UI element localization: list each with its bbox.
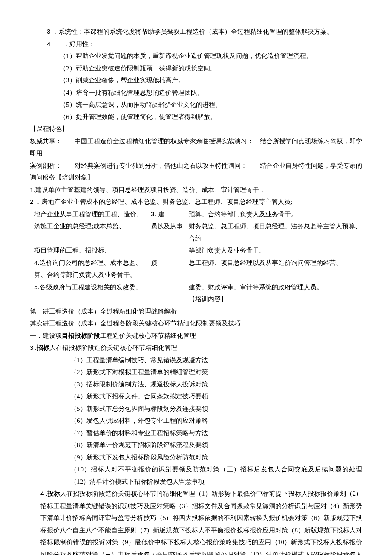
wrapped-text-block: 地产企业从事工程管理的工程、造价、 3. 建 预算、合约等部门负责人及业务骨干。…	[30, 208, 362, 305]
dot: .	[33, 344, 37, 351]
num: 4.	[34, 259, 40, 266]
usefulness-5: （5）统一高层意识，从而推动"精细化"企业文化的进程。	[30, 99, 362, 111]
list-item-4: 4 ．好用性：	[30, 38, 362, 50]
col-c-1: 预算、合约等部门负责人及业务骨干。	[189, 208, 362, 221]
col-a-2: 筑施工企业的总经理;成本总监、	[30, 220, 149, 244]
col-b-7	[151, 293, 187, 305]
sub-item-7: （7）暂估单价的材料和专业工程招标策略与方法	[30, 427, 362, 439]
sub-item-1: （1）工程量清单编制技巧、常见错误及规避方法	[30, 354, 362, 366]
text: 建设单位主管基建的领导、项目总经理及项目投资、造价、成本、审计管理骨干；	[35, 186, 265, 193]
sub-item-6: （6）发包人供应材料，外包专业工程的应对策略	[30, 415, 362, 427]
sub-item-10: （10）招标人对不平衡报价的识别要领及防范对策（三）招标后发包人合同交底及后续问…	[30, 463, 362, 488]
col-a-1: 地产企业从事工程管理的工程、造价、	[30, 208, 149, 221]
outline-4: 3 .招标人在招投标阶段造价关键核心环节精细化管理	[30, 342, 362, 354]
t1: 投标	[47, 490, 60, 497]
num: 1.	[30, 186, 35, 193]
target-1: 1.建设单位主管基建的领导、项目总经理及项目投资、造价、成本、审计管理骨干；	[30, 184, 362, 196]
col-a-6: 5.各级政府与工程建设相关的发改委、	[30, 281, 149, 293]
col-c-7: 【培训内容】	[189, 293, 362, 305]
t1: 一．建设项	[30, 332, 62, 339]
sub-item-4: （4）新形式下招标文件、合同条款拟定技巧要领	[30, 390, 362, 403]
outline-1: 第一讲工程造价（成本）全过程精细化管理战略解析	[30, 305, 362, 318]
usefulness-6: （6）提升管理效能，使管理简化，使管理者得到解放。	[30, 111, 362, 123]
target-2: 2 ．房地产企业主管成本的总经理、成本总监、财务总监、总工程师、项目总经理等主管…	[30, 196, 362, 208]
sub-item-5: （5）新形式下总分包界面与标段划分及连接要领	[30, 403, 362, 415]
usefulness-3: （3）削减企业奢侈，帮企业实现低耗高产。	[30, 74, 362, 87]
col-b-4: 预	[151, 257, 187, 269]
feature-1: 权威共享：——中国工程造价全过程精细化管理的权威专家亲临授课实战演习：—结合所授…	[30, 135, 362, 160]
sub-item-3: （3）招标限制价编制方法、规避投标人投诉对策	[30, 378, 362, 391]
col-b-1: 3. 建	[151, 208, 187, 221]
t2: 人在招投标阶段造价关键核心环节的精细化管理（1）新形势下最低价中标前提下投标人投…	[40, 490, 362, 555]
list-item-3: 3 ．系统性：本课程的系统化度将帮助学员驾驭工程造价（成本）全过程精细化管理的整…	[30, 26, 362, 38]
usefulness-4: （4）培育一批有精细化管理思想的造价管理团队。	[30, 87, 362, 99]
col-b-2: 员以及从事	[151, 220, 187, 244]
usefulness-2: （2）帮助企业突破造价限制瓶颈，获得新的成长空间。	[30, 62, 362, 75]
text: ．好用性：	[50, 41, 95, 47]
col-a-5: 算、合约等部门负责人及业务骨干。	[30, 269, 149, 281]
col-b-6	[151, 281, 187, 293]
col-a-7	[30, 293, 149, 305]
col-c-2: 财务总监、总工程师、项目总经理、法务总监等主管人预算、合约	[189, 220, 362, 244]
col-a-4: 4.造价询问公司的总经理、成本总监、	[30, 257, 149, 269]
heading-course-features: 【课程特色】	[30, 123, 362, 135]
text: 造价询问公司的总经理、成本总监、	[40, 259, 142, 266]
sub-item-8: （8）新清单计价规范下招标阶段评标流程及要领	[30, 439, 362, 451]
text: ．房地产企业主管成本的总经理、成本总监、财务总监、总工程师、项目总经理等主管人员…	[33, 198, 292, 205]
col-a-3: 项目管理的工程、招投标、	[30, 244, 149, 257]
num: 5.	[34, 283, 40, 291]
dot: .	[44, 490, 47, 497]
outline-5: 4 .投标人在招投标阶段造价关键核心环节的精细化管理（1）新形势下最低价中标前提…	[30, 488, 362, 555]
col-c-3: 等部门负责人及业务骨干。	[189, 244, 362, 257]
t1: 招标	[37, 344, 49, 351]
sub-item-2: （2）新形式下对模拟工程量清单的精细管理对策	[30, 366, 362, 378]
col-c-6: 建委、财政评审、审计等系统的政府管理人员。	[189, 281, 362, 293]
col-b-3	[151, 244, 187, 257]
col-c-5	[189, 269, 362, 281]
outline-2: 其次讲工程造价（成本）全过程各阶段关键核心环节精细化限制要领及技巧	[30, 317, 362, 330]
t2: 人在招投标阶段造价关键核心环节精细化管理	[49, 344, 177, 351]
text: ．系统性：本课程的系统化度将帮助学员驾驭工程造价（成本）全过程精细化管理的整体解…	[50, 28, 333, 35]
feature-2: 案例剖析：——对经典案例进行专业独到分析，借他山之石以攻玉特性询问：——结合企业…	[30, 160, 362, 184]
sub-item-9: （9）新形式下发包人招标阶段风险分析防范对策	[30, 451, 362, 464]
col-b-5	[151, 269, 187, 281]
usefulness-1: （1）帮助企业发觉问题的本质，重新谛视企业造价管理现状及问题，优化造价管理流程。	[30, 50, 362, 62]
t3: 工程造价关键核心环节精细化管理	[100, 332, 196, 339]
outline-3: 一．建设项目招投标阶段工程造价关键核心环节精细化管理	[30, 330, 362, 342]
text: 各级政府与工程建设相关的发改委、	[40, 284, 142, 291]
col-c-4: 总工程师、项目总经理以及从事造价询问管理的经营、	[189, 257, 362, 269]
t2: 目招投标阶段	[62, 332, 100, 339]
